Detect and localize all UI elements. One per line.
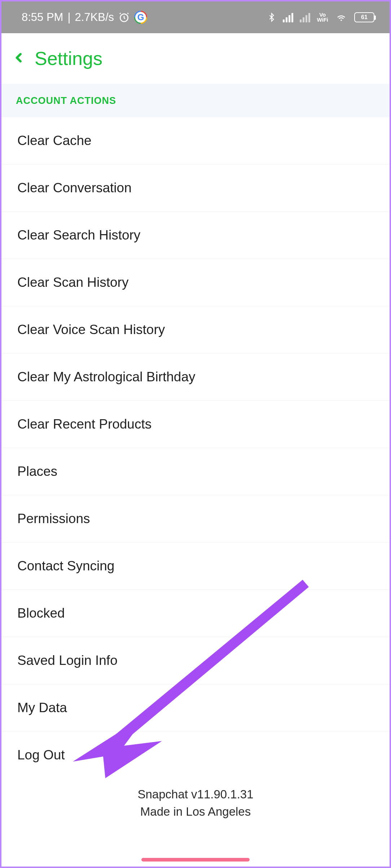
item-blocked[interactable]: Blocked [1,590,390,637]
battery-indicator: 61 [354,12,374,22]
item-clear-astrological-birthday[interactable]: Clear My Astrological Birthday [1,354,390,401]
item-my-data[interactable]: My Data [1,684,390,732]
app-footer: Snapchat v11.90.1.31 Made in Los Angeles [1,784,390,846]
footer-location: Made in Los Angeles [1,803,390,820]
item-clear-scan-history[interactable]: Clear Scan History [1,259,390,306]
item-clear-search-history[interactable]: Clear Search History [1,212,390,259]
status-right: Vo WiFi 61 [267,12,374,23]
signal-bars-2 [300,12,310,22]
status-bar: 8:55 PM | 2.7KB/s Vo WiFi 61 [1,1,390,33]
item-label: Clear My Astrological Birthday [17,369,196,384]
item-clear-recent-products[interactable]: Clear Recent Products [1,401,390,448]
section-header-account-actions: ACCOUNT ACTIONS [1,84,390,117]
app-header: Settings [1,33,390,84]
status-time: 8:55 PM [22,11,63,24]
item-label: Contact Syncing [17,558,114,573]
item-label: Clear Scan History [17,275,128,290]
item-label: Permissions [17,511,90,526]
item-clear-cache[interactable]: Clear Cache [1,117,390,165]
item-label: My Data [17,700,67,715]
item-permissions[interactable]: Permissions [1,495,390,543]
battery-level: 61 [361,14,368,21]
item-label: Blocked [17,606,65,621]
vowifi-bottom: WiFi [317,17,328,22]
item-label: Clear Search History [17,228,140,242]
item-saved-login-info[interactable]: Saved Login Info [1,637,390,684]
google-icon [134,11,147,24]
item-label: Saved Login Info [17,653,118,668]
vowifi-indicator: Vo WiFi [317,12,328,22]
signal-bars-1 [283,12,293,22]
settings-list: Clear Cache Clear Conversation Clear Sea… [1,117,390,784]
item-log-out[interactable]: Log Out [1,732,390,784]
bluetooth-icon [267,12,276,23]
status-left: 8:55 PM | 2.7KB/s [22,11,147,24]
item-label: Clear Conversation [17,180,132,195]
item-label: Clear Recent Products [17,417,151,431]
item-label: Clear Cache [17,133,92,148]
wifi-icon [335,12,348,23]
item-clear-conversation[interactable]: Clear Conversation [1,165,390,212]
item-label: Log Out [17,748,65,762]
footer-version: Snapchat v11.90.1.31 [1,786,390,803]
item-label: Clear Voice Scan History [17,322,165,337]
item-places[interactable]: Places [1,448,390,495]
page-title: Settings [35,48,102,69]
item-contact-syncing[interactable]: Contact Syncing [1,543,390,590]
status-sep: | [67,11,70,24]
item-clear-voice-scan-history[interactable]: Clear Voice Scan History [1,306,390,354]
status-net-speed: 2.7KB/s [75,11,114,24]
home-indicator [141,858,250,862]
item-label: Places [17,464,57,479]
back-button[interactable] [14,50,25,67]
alarm-icon [118,12,130,23]
